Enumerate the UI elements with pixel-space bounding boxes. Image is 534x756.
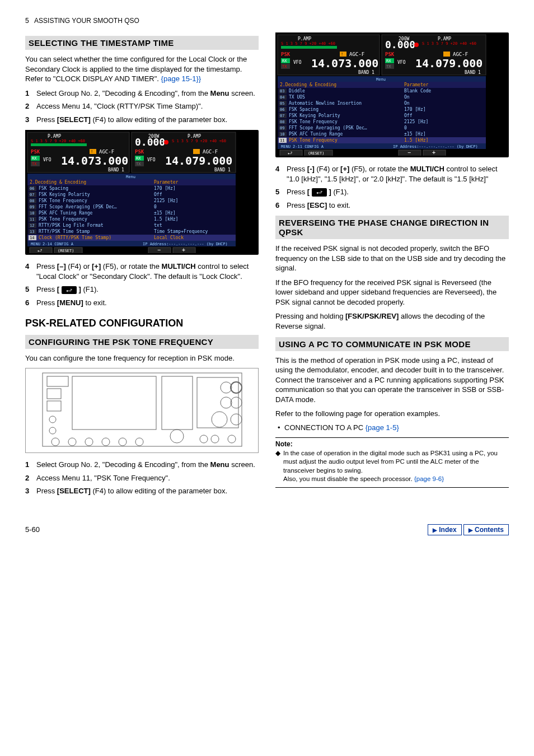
index-button[interactable]: Index — [428, 524, 461, 535]
svg-text:0: 0 — [154, 204, 157, 209]
svg-text:Off: Off — [404, 113, 413, 118]
bullet-item: CONNECTION TO A PC {page 1-5} — [278, 423, 509, 432]
svg-rect-20 — [164, 140, 168, 144]
svg-text:FSK Tone Frequency: FSK Tone Frequency — [289, 119, 338, 124]
svg-text:VFO: VFO — [397, 60, 406, 65]
svg-text:±15 [Hz]: ±15 [Hz] — [404, 132, 426, 137]
svg-text:Local Clock: Local Clock — [154, 235, 184, 240]
svg-text:±15 [Hz]: ±15 [Hz] — [154, 211, 176, 216]
svg-text:2.Decoding & Encoding: 2.Decoding & Encoding — [280, 82, 336, 87]
svg-point-111 — [51, 438, 59, 446]
svg-text:08: 08 — [280, 120, 284, 124]
svg-text:0.000: 0.000 — [135, 136, 165, 148]
svg-text:MENU 2-14        CONFIG A: MENU 2-14 CONFIG A — [31, 242, 74, 246]
header-title: ASSISTING YOUR SMOOTH QSO — [34, 17, 139, 25]
menu-screenshot-1: P.AMPS 1 3 5 7 9 +20 +40 +60PSK!AGC-FRXT… — [25, 130, 259, 255]
svg-rect-101 — [72, 376, 156, 430]
svg-text:10: 10 — [30, 211, 34, 216]
svg-text:2125 [Hz]: 2125 [Hz] — [154, 198, 178, 203]
svg-text:RTTY/PSK Time Stamp: RTTY/PSK Time Stamp — [39, 229, 90, 234]
svg-text:PSK AFC Tuning Range: PSK AFC Tuning Range — [39, 211, 93, 216]
heading-psk-config: PSK-RELATED CONFIGURATION — [25, 318, 259, 329]
return-icon: ⮐ — [62, 286, 77, 295]
svg-text:08: 08 — [30, 199, 34, 203]
svg-text:14.079.000: 14.079.000 — [415, 57, 483, 70]
svg-text:170 [Hz]: 170 [Hz] — [154, 186, 176, 191]
svg-text:−: − — [407, 150, 411, 156]
psk-tone-intro: You can configure the tone frequency for… — [25, 353, 259, 363]
svg-text:Menu: Menu — [126, 175, 135, 179]
svg-text:VFO: VFO — [293, 60, 302, 65]
note-item: ◆In the case of operation in the digital… — [275, 449, 509, 484]
svg-point-100 — [49, 427, 56, 434]
svg-text:!: ! — [341, 52, 343, 57]
step-text: Select Group No. 2, "Decoding & Encoding… — [36, 460, 259, 470]
psk-tone-steps-cont: 4Press [-] (F4) or [+] (F5), or rotate t… — [275, 164, 509, 210]
svg-text:Parameter: Parameter — [154, 180, 179, 185]
link-page-15-1[interactable]: {page 15-1}} — [161, 74, 202, 83]
svg-text:txt: txt — [154, 223, 162, 228]
svg-text:06: 06 — [30, 186, 34, 191]
svg-text:TX UOS: TX UOS — [289, 95, 305, 100]
svg-text:PSK: PSK — [135, 149, 144, 155]
step-text: Access Menu 11, "PSK Tone Frequency". — [36, 473, 259, 483]
timestamp-intro: You can select whether the time configur… — [25, 54, 259, 84]
svg-rect-104 — [197, 377, 238, 428]
svg-text:11: 11 — [30, 217, 34, 222]
svg-text:BAND 1: BAND 1 — [108, 167, 124, 172]
right-column: P.AMPS 1 3 5 7 9 +20 +40 +60PSK!AGC-FRXT… — [275, 30, 509, 502]
svg-text:P.AMP: P.AMP — [298, 36, 311, 41]
svg-point-118 — [211, 435, 219, 443]
svg-text:PSK: PSK — [31, 149, 40, 155]
svg-text:05: 05 — [280, 101, 284, 106]
pc-psk-p2: Refer to the following page for operatio… — [275, 409, 509, 419]
svg-text:FSK Keying Polarity: FSK Keying Polarity — [39, 192, 90, 197]
note-box: Note: ◆In the case of operation in the d… — [275, 437, 509, 488]
pc-psk-bullets: CONNECTION TO A PC {page 1-5} — [275, 423, 509, 432]
link-page-1-5[interactable]: {page 1-5} — [366, 423, 399, 432]
svg-text:FSK Keying Polarity: FSK Keying Polarity — [289, 113, 340, 118]
link-page-9-6[interactable]: {page 9-6} — [414, 475, 444, 482]
svg-text:Diddle: Diddle — [289, 88, 305, 94]
svg-text:On: On — [404, 95, 410, 100]
svg-text:07: 07 — [30, 193, 34, 197]
svg-text:13: 13 — [30, 230, 34, 234]
svg-text:0.000: 0.000 — [385, 39, 415, 50]
svg-text:⮐: ⮐ — [288, 151, 292, 156]
step-text: Access Menu 14, "Clock (RTTY/PSK Time St… — [36, 101, 259, 111]
page-header: 5 ASSISTING YOUR SMOOTH QSO — [25, 17, 509, 25]
svg-text:03: 03 — [280, 89, 284, 94]
svg-text:Blank Code: Blank Code — [404, 88, 431, 94]
svg-point-107 — [221, 397, 232, 408]
qpsk-p3: Pressing and holding [FSK/PSK/REV] allow… — [275, 311, 509, 331]
psk-tone-steps: 1Select Group No. 2, "Decoding & Encodin… — [25, 460, 259, 496]
svg-text:FSK Tone Frequency: FSK Tone Frequency — [39, 198, 87, 203]
return-icon: ⮐ — [312, 188, 327, 197]
section-title-timestamp: SELECTING THE TIMESTAMP TIME — [25, 36, 259, 50]
svg-text:P.AMP: P.AMP — [438, 36, 451, 41]
contents-button[interactable]: Contents — [463, 524, 509, 535]
svg-text:MENU 2-11        CONFIG A: MENU 2-11 CONFIG A — [281, 144, 324, 149]
svg-text:PSK: PSK — [281, 52, 291, 57]
svg-text:+: + — [182, 247, 185, 253]
svg-point-113 — [85, 438, 93, 446]
svg-text:09: 09 — [280, 126, 284, 130]
svg-text:Parameter: Parameter — [404, 82, 429, 87]
svg-text:RX: RX — [136, 156, 141, 161]
step-text: Press [ ⮐ ] (F1). — [287, 187, 509, 197]
step-text: Press [SELECT] (F4) to allow editing of … — [36, 115, 259, 125]
svg-text:Automatic Newline Insertion: Automatic Newline Insertion — [289, 101, 362, 106]
svg-text:06: 06 — [280, 108, 284, 112]
header-page-num: 5 — [25, 17, 29, 25]
left-column: SELECTING THE TIMESTAMP TIME You can sel… — [25, 30, 259, 502]
svg-text:S  1  3  5  7  9     +20  +40 : S 1 3 5 7 9 +20 +40 +60 — [31, 139, 85, 143]
pc-psk-p1: This is the method of operation in PSK m… — [275, 356, 509, 405]
svg-text:RX: RX — [282, 59, 287, 63]
svg-text:Menu: Menu — [376, 77, 386, 82]
svg-text:0: 0 — [404, 125, 407, 130]
svg-text:(RESET): (RESET) — [58, 249, 74, 253]
svg-text:TX: TX — [32, 162, 37, 166]
svg-text:S  1  3  5  7  9   +20 +40 +60: S 1 3 5 7 9 +20 +40 +60 — [422, 41, 476, 46]
svg-rect-124 — [281, 46, 337, 49]
svg-rect-23 — [193, 149, 200, 154]
